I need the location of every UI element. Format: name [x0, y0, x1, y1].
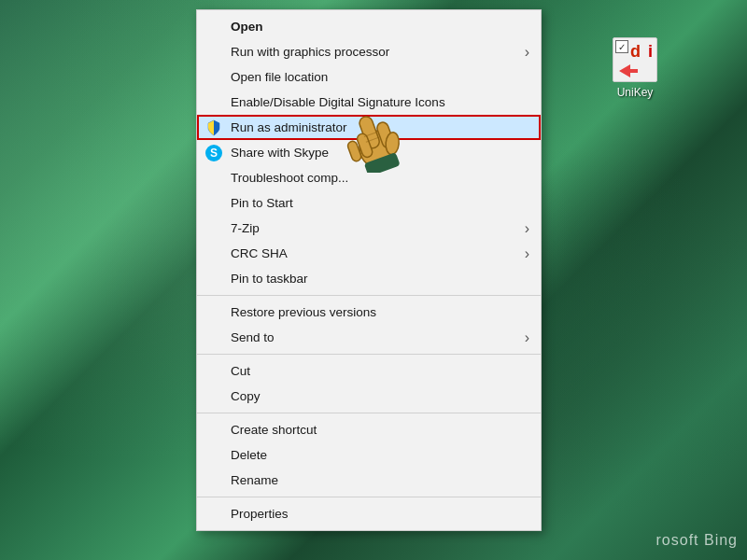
copy-label: Copy [231, 389, 261, 403]
menu-item-create-shortcut[interactable]: Create shortcut [197, 417, 541, 442]
skype-icon: S [204, 144, 223, 162]
restore-versions-label: Restore previous versions [231, 305, 376, 319]
enable-disable-label: Enable/Disable Digital Signature Icons [231, 95, 445, 109]
properties-label: Properties [231, 507, 289, 521]
menu-item-pin-taskbar[interactable]: Pin to taskbar [197, 266, 541, 291]
checkbox-decoration: ✓ [615, 40, 628, 53]
divider-3 [197, 413, 541, 413]
rename-label: Rename [231, 473, 278, 487]
bing-watermark: rosoft Bing [656, 532, 738, 549]
desktop: ✓ d i UniKey Open Run with graphics proc… [0, 0, 747, 560]
send-to-label: Send to [231, 330, 275, 344]
share-skype-label: Share with Skype [231, 146, 329, 160]
context-menu: Open Run with graphics processor Open fi… [196, 9, 542, 531]
menu-item-cut[interactable]: Cut [197, 358, 541, 384]
menu-item-7zip[interactable]: 7-Zip [197, 216, 541, 241]
run-with-gpu-label: Run with graphics processor [231, 45, 389, 59]
divider-1 [197, 295, 541, 296]
menu-item-troubleshoot[interactable]: Troubleshoot comp... [197, 165, 541, 190]
shield-icon [204, 119, 223, 137]
desktop-icon-unikey[interactable]: ✓ d i UniKey [598, 37, 672, 99]
menu-item-enable-disable-digital-sig[interactable]: Enable/Disable Digital Signature Icons [197, 90, 541, 115]
pin-taskbar-label: Pin to taskbar [231, 272, 308, 286]
menu-item-run-as-admin[interactable]: Run as administrator [197, 115, 541, 140]
menu-item-restore-versions[interactable]: Restore previous versions [197, 300, 541, 325]
menu-item-share-skype[interactable]: S Share with Skype [197, 140, 541, 165]
crc-sha-label: CRC SHA [231, 246, 288, 260]
letter-i-decoration: i [648, 42, 653, 62]
cut-label: Cut [231, 364, 250, 378]
arrow-decoration [619, 64, 638, 77]
run-as-admin-label: Run as administrator [231, 120, 347, 134]
troubleshoot-label: Troubleshoot comp... [231, 171, 348, 185]
menu-item-crc-sha[interactable]: CRC SHA [197, 241, 541, 266]
delete-label: Delete [231, 448, 267, 462]
menu-item-delete[interactable]: Delete [197, 442, 541, 468]
unikey-label: UniKey [617, 86, 654, 99]
open-file-location-label: Open file location [231, 70, 328, 84]
create-shortcut-label: Create shortcut [231, 423, 317, 437]
menu-item-properties[interactable]: Properties [197, 501, 541, 526]
menu-item-run-with-gpu[interactable]: Run with graphics processor [197, 39, 541, 64]
menu-item-copy[interactable]: Copy [197, 384, 541, 409]
menu-item-rename[interactable]: Rename [197, 468, 541, 493]
7zip-label: 7-Zip [231, 221, 260, 235]
pin-to-start-label: Pin to Start [231, 196, 293, 210]
menu-item-pin-to-start[interactable]: Pin to Start [197, 190, 541, 216]
menu-item-open-file-location[interactable]: Open file location [197, 64, 541, 90]
divider-4 [197, 497, 541, 497]
menu-header-open: Open [197, 14, 541, 39]
unikey-icon-image: ✓ d i [613, 37, 657, 82]
menu-item-send-to[interactable]: Send to [197, 325, 541, 350]
divider-2 [197, 354, 541, 355]
letter-d-decoration: d [630, 42, 641, 62]
